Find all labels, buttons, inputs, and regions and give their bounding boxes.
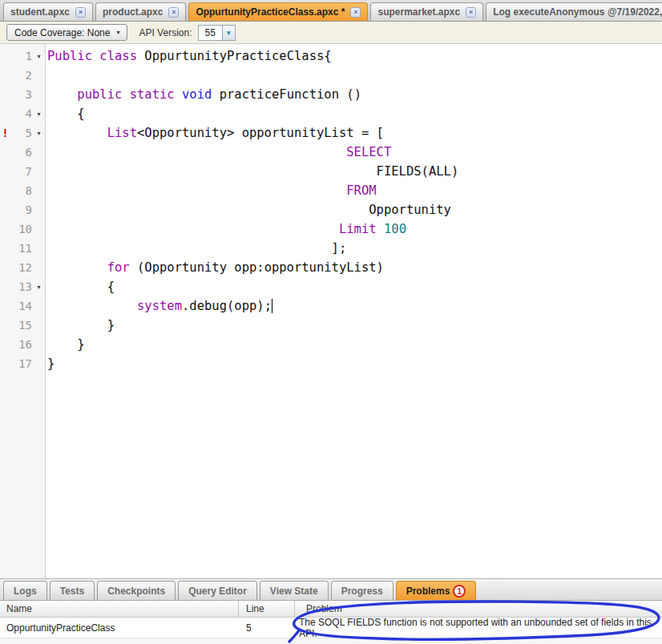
editor-tabstrip: student.apxc×product.apxc×OppurtunityPra… — [0, 0, 662, 22]
code-text: Limit 100 — [46, 222, 406, 236]
code-token: { — [47, 107, 85, 121]
code-token: } — [47, 356, 54, 371]
panel-tab-label: Query Editor — [188, 586, 247, 597]
code-token: FROM — [346, 183, 376, 198]
column-header-problem[interactable]: Problem — [295, 601, 662, 617]
code-text: } — [46, 337, 85, 352]
panel-tab-problems[interactable]: Problems1 — [396, 581, 477, 600]
problem-cell-name: OppurtunityPracticeClass — [0, 622, 239, 634]
code-line[interactable]: 15 } — [0, 316, 662, 335]
fold-arrow-icon[interactable]: ▾ — [32, 130, 46, 137]
code-token: static — [130, 87, 175, 102]
code-text: public static void practiceFunction () — [46, 87, 361, 102]
editor-tab[interactable]: Log executeAnonymous @7/19/2022, 8:06:06… — [486, 2, 662, 21]
api-version-select[interactable]: 55 ▾ — [198, 25, 235, 41]
code-line[interactable]: !5▾ List<Opportunity> opportunityList = … — [0, 123, 662, 143]
code-token — [122, 87, 129, 102]
panel-tab-label: Checkpoints — [107, 586, 165, 597]
code-line[interactable]: 8 FROM — [0, 181, 662, 200]
code-line[interactable]: 7 FIELDS(ALL) — [0, 162, 662, 181]
code-line[interactable]: 3 public static void practiceFunction () — [0, 85, 662, 104]
line-number: 12 — [10, 261, 32, 274]
line-number: 9 — [10, 203, 32, 216]
line-number: 16 — [10, 338, 32, 351]
code-line[interactable]: 11 ]; — [0, 239, 662, 258]
panel-tab-progress[interactable]: Progress — [331, 581, 394, 600]
code-text: { — [46, 107, 85, 121]
close-icon[interactable]: × — [168, 7, 179, 18]
editor-toolbar: Code Coverage: None ▾ API Version: 55 ▾ — [0, 22, 662, 44]
code-token — [47, 87, 77, 102]
panel-tab-tests[interactable]: Tests — [50, 581, 95, 600]
code-token: SELECT — [346, 145, 391, 159]
code-text: Opportunity — [46, 203, 451, 217]
fold-arrow-icon[interactable]: ▾ — [32, 53, 46, 60]
editor-tab-label: product.apxc — [103, 6, 163, 18]
column-header-line[interactable]: Line — [239, 601, 295, 617]
code-token: OppurtunityPracticeClass{ — [137, 49, 332, 63]
code-text: } — [46, 356, 54, 371]
line-number: 6 — [10, 146, 32, 159]
column-header-name[interactable]: Name — [0, 601, 239, 617]
code-token: ]; — [332, 241, 347, 256]
panel-tab-label: Progress — [341, 586, 383, 597]
panel-tab-logs[interactable]: Logs — [3, 581, 47, 600]
code-text: FROM — [46, 183, 377, 198]
panel-tab-label: Tests — [60, 586, 84, 597]
code-line[interactable]: 17} — [0, 354, 662, 373]
code-text: FIELDS(ALL) — [46, 164, 458, 179]
fold-arrow-icon[interactable]: ▾ — [32, 284, 46, 291]
close-icon[interactable]: × — [75, 7, 86, 18]
problem-row[interactable]: OppurtunityPracticeClass5The SOQL FIELDS… — [0, 618, 662, 638]
code-line[interactable]: 16 } — [0, 335, 662, 354]
code-editor[interactable]: 1▾Public class OppurtunityPracticeClass{… — [0, 44, 662, 578]
code-text: ]; — [46, 241, 346, 256]
code-line[interactable]: 6 SELECT — [0, 143, 662, 162]
code-token — [47, 203, 369, 217]
api-version-label: API Version: — [139, 27, 192, 38]
problems-count-badge: 1 — [453, 585, 466, 598]
code-token: } — [47, 318, 115, 332]
line-number: 3 — [10, 88, 32, 101]
code-coverage-dropdown[interactable]: Code Coverage: None ▾ — [6, 24, 127, 41]
fold-arrow-icon[interactable]: ▾ — [32, 111, 46, 118]
editor-tab-label: supermarket.apxc — [377, 6, 460, 18]
code-token — [47, 299, 137, 313]
editor-tab[interactable]: product.apxc× — [95, 2, 186, 21]
code-token: List — [107, 126, 137, 140]
code-line[interactable]: 1▾Public class OppurtunityPracticeClass{ — [0, 46, 662, 66]
line-number: 15 — [10, 319, 32, 332]
editor-tab[interactable]: OppurtunityPracticeClass.apxc *× — [188, 2, 368, 21]
editor-tab[interactable]: student.apxc× — [3, 2, 93, 21]
line-number: 5 — [10, 127, 32, 139]
code-token: FIELDS(ALL) — [377, 164, 459, 179]
code-text: } — [46, 318, 115, 332]
code-token — [92, 49, 99, 63]
code-line[interactable]: 10 Limit 100 — [0, 219, 662, 239]
close-icon[interactable]: × — [466, 7, 476, 18]
code-line[interactable]: 4▾ { — [0, 104, 662, 123]
code-line[interactable]: 2 — [0, 66, 662, 85]
code-token: for — [107, 260, 130, 275]
panel-tab-view-state[interactable]: View State — [260, 581, 329, 600]
code-text: SELECT — [46, 145, 391, 159]
code-token — [47, 145, 346, 159]
code-line[interactable]: 13▾ { — [0, 277, 662, 296]
code-token: Public — [47, 49, 92, 63]
code-token — [47, 183, 346, 198]
code-line[interactable]: 9 Opportunity — [0, 200, 662, 219]
panel-tab-query-editor[interactable]: Query Editor — [178, 581, 257, 600]
panel-tab-checkpoints[interactable]: Checkpoints — [97, 581, 176, 600]
editor-tab[interactable]: supermarket.apxc× — [370, 2, 483, 21]
code-text: { — [46, 280, 115, 294]
line-number: 4 — [10, 107, 32, 120]
panel-tab-label: Logs — [14, 586, 37, 597]
code-line[interactable]: 14 system.debug(opp); — [0, 296, 662, 316]
panel-tab-label: Problems — [406, 586, 450, 597]
code-token — [47, 164, 377, 179]
line-number: 10 — [10, 223, 32, 235]
close-icon[interactable]: × — [350, 7, 361, 18]
code-text: system.debug(opp); — [46, 299, 272, 313]
code-token — [47, 222, 339, 236]
code-line[interactable]: 12 for (Opportunity opp:opportunityList) — [0, 258, 662, 277]
